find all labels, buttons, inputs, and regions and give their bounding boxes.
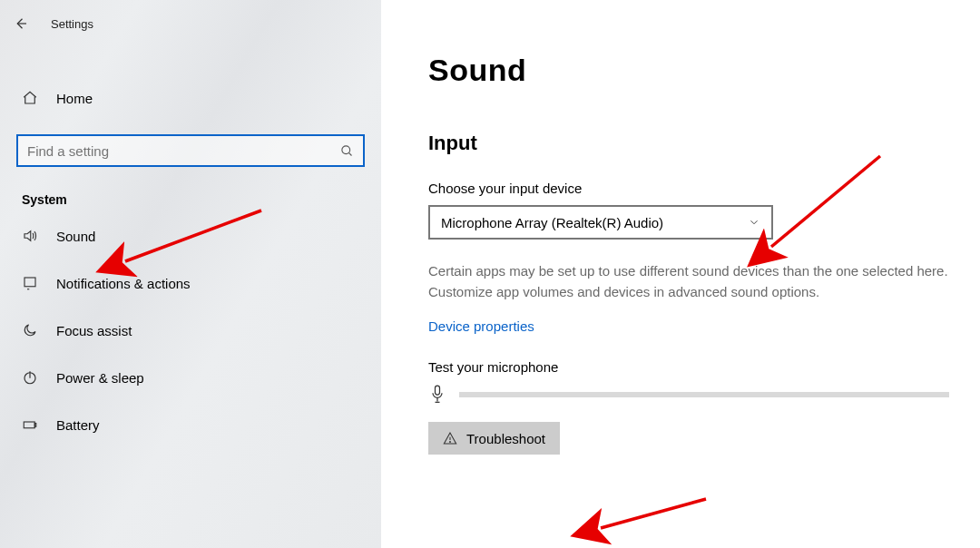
sidebar-item-focus-assist[interactable]: Focus assist xyxy=(0,307,381,354)
moon-icon xyxy=(22,322,38,338)
page-title: Sound xyxy=(428,53,958,88)
svg-rect-3 xyxy=(24,422,34,428)
choose-device-label: Choose your input device xyxy=(428,181,958,196)
section-heading-input: Input xyxy=(428,132,958,155)
sidebar-section-system: System xyxy=(0,167,381,212)
microphone-icon xyxy=(428,384,446,406)
svg-rect-4 xyxy=(34,424,36,427)
battery-icon xyxy=(22,416,38,433)
input-description: Certain apps may be set up to use differ… xyxy=(428,261,958,302)
sidebar-home[interactable]: Home xyxy=(0,80,381,116)
input-device-dropdown[interactable]: Microphone Array (Realtek(R) Audio) xyxy=(428,205,773,240)
selected-device: Microphone Array (Realtek(R) Audio) xyxy=(441,215,663,230)
search-icon xyxy=(340,144,354,158)
mic-level-bar xyxy=(459,392,949,397)
sidebar-item-label: Notifications & actions xyxy=(56,276,191,291)
app-title: Settings xyxy=(51,17,93,31)
search-input[interactable] xyxy=(27,143,340,159)
sound-icon xyxy=(22,228,38,244)
device-properties-link[interactable]: Device properties xyxy=(428,318,534,334)
power-icon xyxy=(22,369,38,386)
svg-rect-5 xyxy=(436,386,440,395)
back-button[interactable] xyxy=(13,15,29,32)
svg-rect-1 xyxy=(24,278,35,287)
svg-point-6 xyxy=(450,442,451,443)
sidebar-item-label: Power & sleep xyxy=(56,370,144,386)
test-mic-label: Test your microphone xyxy=(428,359,958,375)
warning-icon xyxy=(443,431,457,445)
chevron-down-icon xyxy=(748,216,760,229)
sidebar-item-label: Sound xyxy=(56,229,95,244)
troubleshoot-button[interactable]: Troubleshoot xyxy=(428,422,560,455)
troubleshoot-label: Troubleshoot xyxy=(466,431,545,446)
home-icon xyxy=(22,90,38,106)
search-box[interactable] xyxy=(16,134,365,167)
sidebar-item-sound[interactable]: Sound xyxy=(0,212,381,259)
notifications-icon xyxy=(22,275,38,291)
sidebar-item-power-sleep[interactable]: Power & sleep xyxy=(0,354,381,401)
sidebar-item-label: Focus assist xyxy=(56,323,132,338)
sidebar-item-notifications[interactable]: Notifications & actions xyxy=(0,259,381,307)
sidebar-item-label: Battery xyxy=(56,417,100,433)
svg-point-0 xyxy=(342,145,350,153)
home-label: Home xyxy=(56,91,93,106)
sidebar-item-battery[interactable]: Battery xyxy=(0,401,381,448)
